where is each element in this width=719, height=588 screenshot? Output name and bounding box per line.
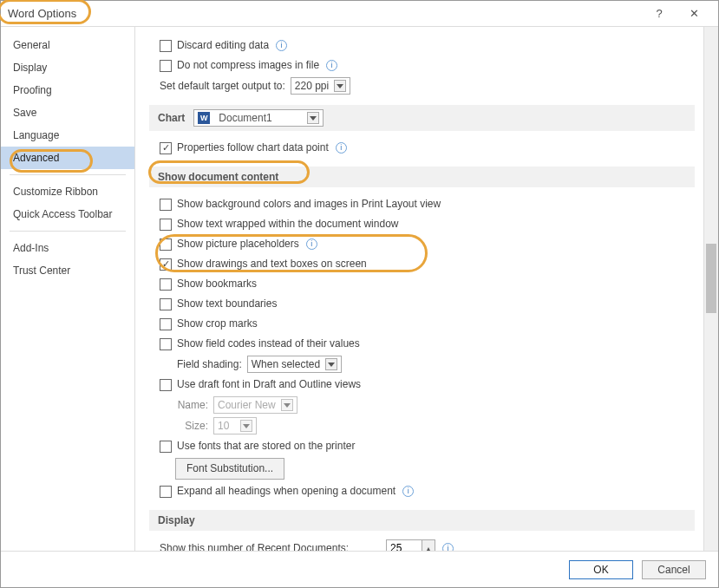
show-fieldcodes-label: Show field codes instead of their values (177, 336, 360, 352)
sidebar-item-qat[interactable]: Quick Access Toolbar (1, 203, 134, 225)
ok-button[interactable]: OK (569, 560, 633, 579)
close-button[interactable]: ✕ (677, 7, 711, 20)
sidebar-item-save[interactable]: Save (1, 101, 134, 124)
show-textbound-checkbox[interactable] (160, 298, 172, 310)
recent-docs-input[interactable] (387, 540, 422, 551)
font-size-select: 10 (213, 417, 257, 434)
default-target-label: Set default target output to: (160, 78, 285, 95)
propfollow-label: Properties follow chart data point (177, 140, 329, 156)
sidebar-item-advanced[interactable]: Advanced (1, 147, 134, 169)
show-fieldcodes-checkbox[interactable] (160, 338, 172, 350)
content-panel: Discard editing data Do not compress ima… (135, 27, 703, 551)
show-wrap-label: Show text wrapped within the document wi… (177, 216, 398, 232)
chart-document-select[interactable]: Document1 (193, 109, 324, 127)
recent-docs-spinner[interactable]: ▲▼ (386, 539, 435, 551)
chevron-down-icon (240, 420, 252, 432)
no-compress-checkbox[interactable] (160, 60, 172, 72)
recent-docs-label: Show this number of Recent Documents: (160, 540, 381, 552)
help-button[interactable]: ? (642, 7, 677, 20)
font-substitution-button[interactable]: Font Substitution... (175, 458, 284, 480)
sidebar-item-trustcenter[interactable]: Trust Center (1, 259, 134, 282)
vertical-scrollbar[interactable] (703, 27, 718, 551)
chevron-down-icon (307, 112, 319, 124)
sidebar-item-addins[interactable]: Add-Ins (1, 237, 134, 259)
show-picplace-checkbox[interactable] (160, 238, 172, 251)
cancel-button[interactable]: Cancel (642, 560, 706, 579)
field-shading-label: Field shading: (177, 356, 242, 373)
show-drawings-label: Show drawings and text boxes on screen (177, 256, 367, 272)
show-bookmarks-label: Show bookmarks (177, 276, 257, 292)
chevron-down-icon (325, 358, 337, 370)
word-file-icon (198, 112, 210, 124)
scroll-thumb[interactable] (706, 244, 716, 313)
display-section-header: Display (149, 510, 695, 531)
field-shading-select[interactable]: When selected (247, 356, 342, 373)
info-icon[interactable] (336, 142, 347, 154)
show-bookmarks-checkbox[interactable] (160, 278, 172, 291)
show-drawings-checkbox[interactable] (160, 258, 172, 271)
sidebar-separator (10, 174, 126, 175)
sidebar: General Display Proofing Save Language A… (1, 27, 135, 551)
sidebar-separator (10, 231, 126, 232)
show-wrap-checkbox[interactable] (160, 219, 172, 231)
sidebar-item-customize-ribbon[interactable]: Customize Ribbon (1, 180, 134, 203)
show-picplace-label: Show picture placeholders (177, 236, 299, 252)
chart-section-header: Chart Document1 (149, 105, 695, 131)
propfollow-checkbox[interactable] (160, 142, 172, 154)
show-content-section-header: Show document content (149, 167, 695, 187)
draft-font-label: Use draft font in Draft and Outline view… (177, 376, 361, 393)
no-compress-label: Do not compress images in file (177, 57, 319, 74)
discard-editing-label: Discard editing data (177, 37, 269, 54)
spinner-arrows[interactable]: ▲▼ (422, 540, 435, 551)
printer-fonts-checkbox[interactable] (160, 441, 172, 453)
info-icon[interactable] (306, 238, 317, 250)
sidebar-item-language[interactable]: Language (1, 124, 134, 147)
discard-editing-checkbox[interactable] (160, 40, 172, 52)
sidebar-item-display[interactable]: Display (1, 56, 134, 79)
titlebar: Word Options ? ✕ (1, 1, 718, 27)
expand-headings-checkbox[interactable] (160, 486, 172, 498)
font-size-label: Size: (175, 418, 208, 434)
font-name-select: Courier New (213, 396, 297, 414)
info-icon[interactable] (326, 60, 337, 71)
ppi-select[interactable]: 220 ppi (291, 77, 350, 95)
chevron-down-icon (281, 399, 293, 411)
sidebar-item-general[interactable]: General (1, 34, 134, 56)
show-bg-checkbox[interactable] (160, 199, 172, 211)
info-icon[interactable] (276, 40, 287, 51)
printer-fonts-label: Use fonts that are stored on the printer (177, 438, 355, 454)
show-cropmarks-checkbox[interactable] (160, 318, 172, 330)
info-icon[interactable] (442, 543, 454, 552)
chevron-down-icon (334, 80, 346, 92)
show-cropmarks-label: Show crop marks (177, 316, 258, 332)
show-bg-label: Show background colors and images in Pri… (177, 196, 441, 212)
draft-font-checkbox[interactable] (160, 379, 172, 391)
window-title: Word Options (8, 7, 642, 20)
font-name-label: Name: (175, 397, 208, 414)
info-icon[interactable] (402, 486, 414, 497)
expand-headings-label: Expand all headings when opening a docum… (177, 483, 395, 500)
sidebar-item-proofing[interactable]: Proofing (1, 79, 134, 101)
show-textbound-label: Show text boundaries (177, 296, 277, 312)
dialog-footer: OK Cancel (1, 551, 718, 587)
